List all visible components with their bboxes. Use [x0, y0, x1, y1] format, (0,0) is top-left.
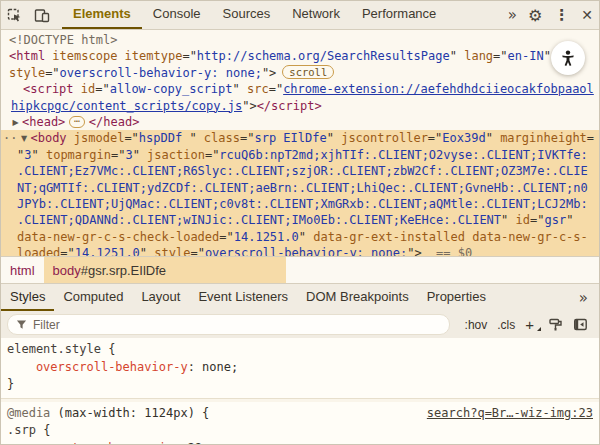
breadcrumb-item-html[interactable]: html	[1, 257, 44, 284]
tab-elements[interactable]: Elements	[62, 1, 142, 29]
attr-value-token: en-IN	[508, 49, 544, 63]
attr-name-token: id	[74, 82, 96, 96]
device-toolbar-icon	[34, 8, 50, 23]
dom-line[interactable]: ··▼<body jsmodel="hspDDf " class="srp EI…	[1, 130, 600, 146]
attr-name-token: style	[9, 66, 45, 80]
dom-line[interactable]: JPYb:.CLIENT;UjQMac:.CLIENT;c0v8t:.CLIEN…	[1, 196, 600, 212]
dom-line[interactable]: hipkcpgc/content_scripts/copy.js"></scri…	[1, 98, 600, 114]
punct-token: "	[566, 213, 573, 227]
css-property-token: --center-abs-margin	[7, 440, 173, 445]
attr-name-token: data-new-gr-c-s-	[465, 230, 588, 244]
attr-value-token: http://schema.org/SearchResultsPage	[197, 49, 450, 63]
style-line[interactable]: }	[7, 376, 593, 394]
devtools-window: ElementsConsoleSourcesNetworkPerformance…	[0, 0, 600, 445]
selector-token: element.style	[7, 341, 101, 359]
dom-line[interactable]: <!DOCTYPE html>	[1, 32, 600, 48]
attr-value-token: srp EIlDfe	[254, 131, 326, 145]
attr-name-token: itemtype	[117, 49, 182, 63]
panel-tab-strip: ElementsConsoleSourcesNetworkPerformance	[62, 1, 447, 29]
style-line[interactable]: @media (max-width: 1124px) {search?q=Br……	[7, 405, 593, 423]
inspect-element-button[interactable]	[1, 1, 28, 29]
dom-line[interactable]: style="overscroll-behavior-y: none;">scr…	[1, 65, 600, 81]
sidebar-tab-dom-breakpoints[interactable]: DOM Breakpoints	[297, 285, 418, 311]
attr-name-token: data-gr-ext-installed	[306, 230, 465, 244]
crumb-tag: body	[53, 263, 81, 278]
punct-token: ="	[428, 131, 442, 145]
accessibility-person-icon	[559, 49, 577, 67]
breadcrumb: htmlbody#gsr.srp.EIlDfe	[1, 256, 599, 284]
punct-token: ="	[205, 148, 219, 162]
device-toolbar-button[interactable]	[28, 1, 56, 29]
punct-token: ="	[111, 148, 125, 162]
attr-name-token: jsaction	[140, 148, 205, 162]
dom-tree[interactable]: <!DOCTYPE html><html itemscope itemtype=…	[1, 30, 600, 258]
punct-token: "	[486, 131, 493, 145]
tab-console[interactable]: Console	[142, 1, 212, 29]
sidebar-tab-event-listeners[interactable]: Event Listeners	[189, 285, 297, 311]
dom-line[interactable]: .CLIENT;QDANNd:.CLIENT;wINJic:.CLIENT;IM…	[1, 212, 600, 228]
style-line[interactable]: --center-abs-margin: 28px;	[7, 440, 593, 445]
more-panels-button[interactable]: »	[502, 1, 522, 29]
dom-line[interactable]: ▶<head>⋯</head>	[1, 114, 600, 130]
element-classes-button[interactable]: .cls	[492, 318, 520, 332]
sidebar-tab-properties[interactable]: Properties	[418, 285, 495, 311]
customize-menu-button[interactable]: ⋮	[548, 1, 575, 29]
style-source-link[interactable]: search?q=Br…-wiz-img:23	[427, 405, 593, 423]
style-line[interactable]: .srp {	[7, 422, 593, 440]
dom-line[interactable]: "3" topmargin="3" jsaction="rcuQ6b:npT2m…	[1, 147, 600, 163]
punct-token: ="	[240, 131, 254, 145]
tab-sources[interactable]: Sources	[212, 1, 282, 29]
close-devtools-button[interactable]: ✕	[575, 1, 599, 29]
attr-name-token: jscontroller	[334, 131, 428, 145]
dom-line[interactable]: data-new-gr-c-s-check-loaded="14.1251.0"…	[1, 229, 600, 245]
tab-performance[interactable]: Performance	[351, 1, 447, 29]
plain-token: <!DOCTYPE html>	[9, 33, 117, 47]
attr-value-token: overscroll-behavior-y: none;	[60, 66, 262, 80]
punct-token: {	[36, 422, 50, 440]
scroll-badge[interactable]: scroll	[282, 65, 334, 79]
rendering-emulations-button[interactable]	[543, 317, 568, 332]
new-style-rule-button[interactable]: +	[520, 316, 543, 333]
punct-token: ="	[182, 49, 196, 63]
dom-line[interactable]: NT;qGMTIf:.CLIENT;ydZCDf:.CLIENT;aeBrn:.…	[1, 180, 600, 196]
styles-toolbar: Filter :hov .cls +	[1, 311, 599, 338]
punct-token: }	[7, 376, 14, 394]
style-line[interactable]: overscroll-behavior-y: none;	[7, 359, 593, 377]
accessibility-floating-button[interactable]	[551, 41, 585, 75]
style-rule: @media (max-width: 1124px) {search?q=Br……	[1, 402, 599, 445]
punct-token: ="	[493, 49, 507, 63]
more-sidebar-tabs-button[interactable]: »	[579, 289, 587, 307]
dom-line[interactable]: <script id="allow-copy_script" src="chro…	[1, 81, 600, 97]
css-value-token: 28px;	[188, 440, 224, 445]
style-line[interactable]: element.style {	[7, 341, 593, 359]
sidebar-tab-computed[interactable]: Computed	[54, 285, 132, 311]
attr-value-token: 14.1251.0	[234, 230, 299, 244]
resource-link[interactable]: chrome-extension://aefehdhdciieocakfobpa…	[283, 82, 594, 96]
dom-line[interactable]: <html itemscope itemtype="http://schema.…	[1, 48, 600, 64]
resource-link[interactable]: hipkcpgc/content_scripts/copy.js	[11, 99, 242, 113]
expand-ellipsis-button[interactable]: ⋯	[69, 116, 84, 128]
punct-token: "	[327, 131, 334, 145]
attr-value-token: hspDDf	[139, 131, 190, 145]
punct-token: =	[587, 131, 594, 145]
tag-token: <html	[9, 49, 45, 63]
toggle-element-state-button[interactable]: :hov	[460, 318, 493, 332]
settings-gear-button[interactable]: ⚙	[522, 1, 548, 29]
breadcrumb-item-body[interactable]: body#gsr.srp.EIlDfe	[44, 257, 286, 284]
collapse-panel-icon	[573, 317, 588, 332]
sidebar-tab-layout[interactable]: Layout	[132, 285, 189, 311]
sidebar-tabs: StylesComputedLayoutEvent ListenersDOM B…	[1, 285, 495, 311]
styles-filter-input[interactable]: Filter	[7, 314, 450, 335]
dom-line[interactable]: .CLIENT;Ez7VMc:.CLIENT;R6Slyc:.CLIENT;sz…	[1, 163, 600, 179]
plain-token: ··	[3, 131, 17, 145]
punct-token: "	[544, 49, 551, 63]
attr-value-token: .CLIENT;Ez7VMc:.CLIENT;R6Slyc:.CLIENT;sz…	[17, 164, 588, 178]
style-rule: element.style { overscroll-behavior-y: n…	[1, 338, 599, 399]
punct-token: ="	[124, 131, 138, 145]
tab-network[interactable]: Network	[281, 1, 351, 29]
punct-token: "	[189, 131, 196, 145]
toggle-sidebar-button[interactable]	[568, 317, 593, 332]
attr-name-token: jsmodel	[67, 131, 125, 145]
sidebar-tab-styles[interactable]: Styles	[1, 285, 54, 311]
attr-value-token: allow-copy_script	[110, 82, 233, 96]
